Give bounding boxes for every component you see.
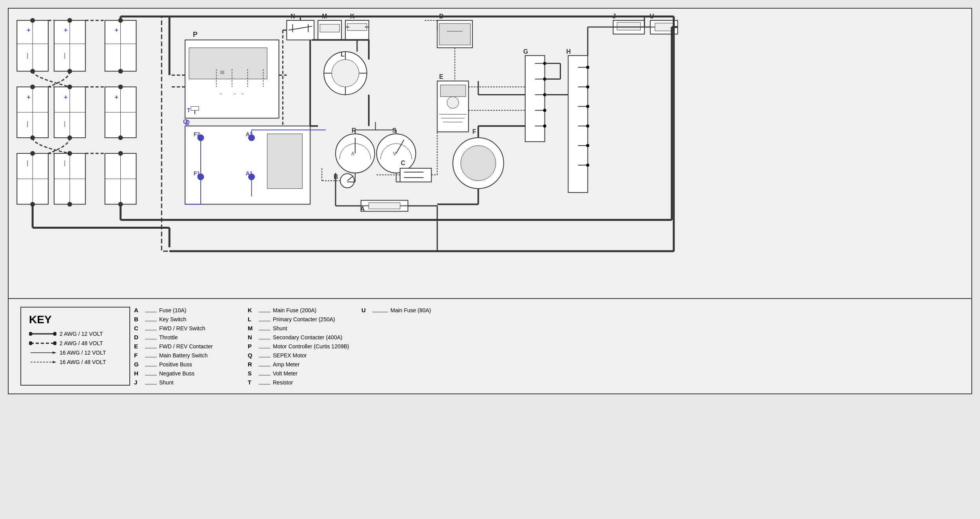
svg-text:+: + xyxy=(64,94,67,100)
svg-text:+: + xyxy=(115,94,118,100)
svg-marker-257 xyxy=(53,361,56,363)
key-entry-s: S Volt Meter xyxy=(248,370,350,377)
svg-text:|: | xyxy=(64,160,65,166)
svg-point-39 xyxy=(118,84,123,89)
svg-text:C: C xyxy=(401,160,406,166)
svg-text:→: → xyxy=(232,91,237,97)
svg-rect-138 xyxy=(439,24,470,45)
key-entry-j: J Shunt xyxy=(134,379,236,386)
svg-rect-178 xyxy=(617,22,641,30)
svg-rect-183 xyxy=(655,23,673,31)
key-title: KEY xyxy=(29,313,122,326)
svg-point-52 xyxy=(67,202,72,207)
svg-text:Q: Q xyxy=(185,119,190,125)
key-entry-q: Q SEPEX Motor xyxy=(248,352,350,359)
svg-point-250 xyxy=(53,332,56,336)
svg-marker-255 xyxy=(53,351,56,354)
svg-point-45 xyxy=(30,151,35,156)
svg-point-253 xyxy=(53,341,56,345)
svg-text:E: E xyxy=(439,74,443,80)
svg-text:F: F xyxy=(472,128,476,135)
svg-point-143 xyxy=(447,97,459,108)
svg-text:A: A xyxy=(351,151,354,157)
diagram-area: + | + | + + | xyxy=(9,9,971,299)
key-entry-f: F Main Battery Switch xyxy=(134,352,236,359)
svg-point-100 xyxy=(332,60,359,87)
svg-rect-115 xyxy=(267,134,303,189)
svg-text:A1: A1 xyxy=(246,170,253,177)
key-entry-a: A Fuse (10A) xyxy=(134,307,236,313)
svg-text:|: | xyxy=(64,120,65,127)
svg-rect-142 xyxy=(440,85,466,97)
svg-text:|: | xyxy=(27,52,28,59)
key-entry-n: N Secondary Contacter (400A) xyxy=(248,334,350,341)
svg-rect-92 xyxy=(320,24,339,32)
key-columns: A Fuse (10A) B Key Switch C FWD / REV Sw… xyxy=(134,307,960,386)
key-line-solid-thick: 2 AWG / 12 VOLT xyxy=(29,331,122,337)
svg-point-13 xyxy=(67,18,72,23)
key-entry-u: U Main Fuse (80A) xyxy=(361,307,463,313)
svg-text:G: G xyxy=(523,48,528,55)
svg-text:P: P xyxy=(193,31,198,38)
key-entry-h: H Negative Buss xyxy=(134,370,236,377)
svg-point-170 xyxy=(586,66,589,69)
svg-point-175 xyxy=(586,164,589,167)
svg-text:→: → xyxy=(240,91,245,97)
key-line-dashed-thick: 2 AWG / 48 VOLT xyxy=(29,340,122,346)
svg-text:||||: |||| xyxy=(220,70,224,74)
svg-point-161 xyxy=(543,124,546,127)
svg-point-149 xyxy=(461,146,496,181)
svg-rect-135 xyxy=(369,203,400,209)
svg-point-173 xyxy=(586,124,589,127)
svg-text:F1: F1 xyxy=(194,170,200,177)
key-entry-g: G Positive Buss xyxy=(134,361,236,368)
key-entry-b: B Key Switch xyxy=(134,316,236,322)
svg-point-40 xyxy=(118,135,123,140)
key-entry-c: C FWD / REV Switch xyxy=(134,325,236,331)
key-line-dashed-thin: 16 AWG / 48 VOLT xyxy=(29,359,122,365)
svg-point-20 xyxy=(118,69,123,74)
svg-point-26 xyxy=(30,84,35,89)
key-entry-d: D Throttle xyxy=(134,334,236,341)
svg-rect-95 xyxy=(347,24,367,31)
svg-point-56 xyxy=(118,151,123,156)
svg-point-172 xyxy=(586,105,589,108)
svg-text:R: R xyxy=(352,127,356,134)
key-col-1: A Fuse (10A) B Key Switch C FWD / REV Sw… xyxy=(134,307,236,386)
svg-text:|: | xyxy=(64,52,65,59)
svg-text:H: H xyxy=(566,48,571,55)
svg-point-171 xyxy=(586,85,589,88)
svg-text:+: + xyxy=(27,27,30,33)
svg-point-6 xyxy=(30,18,35,23)
svg-text:|: | xyxy=(27,120,28,127)
key-area: KEY 2 AWG / 12 VOLT 2 AWG / 48 VOLT xyxy=(9,299,971,393)
svg-text:→: → xyxy=(218,91,223,97)
svg-rect-150 xyxy=(525,56,545,142)
main-container: + | + | + + | xyxy=(8,8,972,394)
key-entry-t: T Resistor xyxy=(248,379,350,386)
key-col-3: U Main Fuse (80A) xyxy=(361,307,463,386)
svg-point-160 xyxy=(543,109,546,112)
key-entry-p: P Motor Controller (Curtis 1209B) xyxy=(248,343,350,350)
svg-text:+: + xyxy=(115,27,118,33)
svg-text:T: T xyxy=(187,107,191,113)
svg-text:+: + xyxy=(27,94,30,100)
key-entry-m: M Shunt xyxy=(248,325,350,331)
svg-text:L: L xyxy=(341,51,345,58)
svg-text:V: V xyxy=(393,151,396,157)
key-section: KEY 2 AWG / 12 VOLT 2 AWG / 48 VOLT xyxy=(20,307,130,386)
svg-text:|: | xyxy=(27,160,28,166)
key-entry-k: K Main Fuse (200A) xyxy=(248,307,350,313)
key-entry-l: L Primary Contacter (250A) xyxy=(248,316,350,322)
svg-point-174 xyxy=(586,144,589,147)
svg-rect-127 xyxy=(400,168,432,182)
key-entry-e: E FWD / REV Contacter xyxy=(134,343,236,350)
svg-text:F2: F2 xyxy=(194,131,200,137)
svg-rect-73 xyxy=(189,48,267,79)
svg-rect-162 xyxy=(568,56,588,193)
key-line-solid-thin: 16 AWG / 12 VOLT xyxy=(29,350,122,356)
svg-text:+: + xyxy=(64,27,67,33)
svg-rect-84 xyxy=(191,106,199,110)
key-col-2: K Main Fuse (200A) L Primary Contacter (… xyxy=(248,307,350,386)
key-entry-r: R Amp Meter xyxy=(248,361,350,368)
